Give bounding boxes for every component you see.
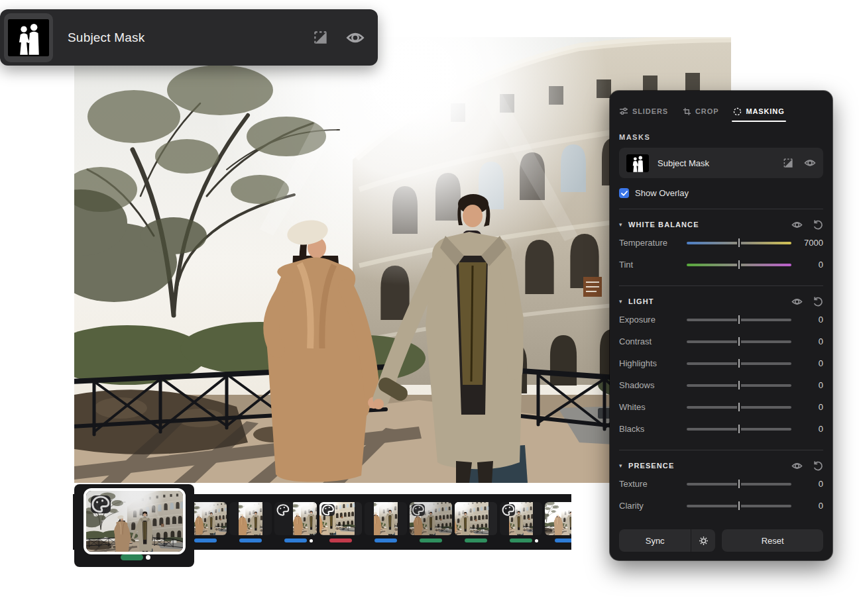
slider-row-temperature: Temperature 7000 — [619, 232, 823, 253]
slider-handle[interactable] — [737, 501, 741, 510]
slider-handle[interactable] — [737, 425, 741, 433]
slider-label: Whites — [619, 402, 687, 412]
slider-row-highlights: Highlights 0 — [619, 353, 823, 374]
mask-overlay-icon[interactable] — [783, 158, 794, 169]
slider-row-texture: Texture 0 — [619, 474, 823, 494]
temperature-slider[interactable] — [687, 242, 791, 244]
filmstrip-thumbnail[interactable] — [455, 502, 497, 535]
shadows-slider[interactable] — [687, 384, 791, 387]
slider-handle[interactable] — [737, 381, 741, 389]
slider-handle[interactable] — [737, 238, 741, 247]
slider-row-blacks: Blacks 0 — [619, 419, 823, 439]
slider-label: Temperature — [619, 238, 687, 248]
filmstrip-thumbnail[interactable] — [274, 502, 317, 535]
slider-label: Texture — [619, 479, 687, 489]
show-overlay-row: Show Overlay — [619, 188, 823, 198]
filmstrip-thumbnail[interactable] — [319, 502, 362, 535]
tab-label: SLIDERS — [632, 107, 668, 115]
section-eye-icon[interactable] — [791, 460, 803, 472]
slider-row-clarity: Clarity 0 — [619, 495, 823, 516]
show-overlay-checkbox[interactable] — [619, 188, 629, 198]
section-reset-icon[interactable] — [813, 219, 823, 230]
mask-list-item[interactable]: Subject Mask — [619, 148, 823, 178]
slider-value: 0 — [791, 424, 823, 434]
rating-bar — [239, 539, 262, 542]
collapse-caret-icon[interactable]: ▾ — [619, 221, 626, 228]
subject-mask-overlay-bar[interactable]: Subject Mask — [0, 9, 378, 66]
slider-label: Exposure — [619, 315, 687, 325]
sync-settings-gear-icon[interactable] — [691, 529, 715, 552]
slider-label: Highlights — [619, 358, 687, 368]
tab-masking[interactable]: MASKING — [733, 107, 784, 116]
slider-handle[interactable] — [737, 480, 741, 488]
edited-dot — [535, 539, 538, 542]
texture-slider[interactable] — [687, 483, 791, 486]
slider-handle[interactable] — [737, 359, 741, 368]
progress-bar — [121, 554, 143, 560]
slider-row-shadows: Shadows 0 — [619, 375, 823, 395]
slider-row-tint: Tint 0 — [619, 254, 823, 275]
palette-badge-icon — [321, 504, 335, 516]
mask-item-name: Subject Mask — [658, 158, 709, 168]
clarity-slider[interactable] — [687, 505, 791, 507]
section-presence: ▾ PRESENCE Texture 0 Clarity 0 — [619, 450, 823, 516]
sliders-icon — [619, 107, 628, 116]
reset-button[interactable]: Reset — [722, 529, 823, 552]
slider-label: Blacks — [619, 424, 687, 434]
section-light: ▾ LIGHT Exposure 0 Contrast 0 Highlights… — [619, 286, 823, 439]
visibility-eye-icon[interactable] — [804, 157, 816, 169]
slider-value: 0 — [791, 336, 823, 346]
rating-bar — [510, 539, 532, 542]
sync-button-group: Sync — [619, 529, 715, 552]
collapse-caret-icon[interactable]: ▾ — [619, 462, 626, 469]
palette-badge-icon — [502, 504, 515, 516]
section-reset-icon[interactable] — [813, 460, 823, 471]
tint-slider[interactable] — [687, 264, 791, 266]
rating-bar — [284, 539, 307, 542]
filmstrip-thumbnail[interactable] — [410, 502, 452, 535]
slider-label: Tint — [619, 260, 687, 270]
section-title: WHITE BALANCE — [628, 221, 699, 229]
mask-overlay-icon[interactable] — [313, 30, 329, 46]
palette-badge-icon — [412, 504, 425, 516]
filmstrip-thumbnail[interactable] — [229, 502, 272, 535]
sync-button[interactable]: Sync — [619, 529, 691, 552]
section-reset-icon[interactable] — [813, 296, 823, 307]
tab-sliders[interactable]: SLIDERS — [619, 107, 668, 116]
edit-panel: SLIDERS CROP MASKING MASKS Subject Mask … — [610, 91, 832, 560]
filmstrip-thumbnail[interactable] — [545, 502, 571, 535]
blacks-slider[interactable] — [687, 428, 791, 431]
slider-value: 0 — [791, 315, 823, 325]
filmstrip-thumbnail[interactable] — [365, 502, 407, 535]
slider-value: 0 — [791, 402, 823, 412]
masking-icon — [733, 107, 742, 116]
collapse-caret-icon[interactable]: ▾ — [619, 298, 626, 305]
rating-bar — [420, 539, 442, 542]
filmstrip-selected-thumbnail[interactable] — [84, 488, 186, 554]
section-eye-icon[interactable] — [791, 219, 803, 231]
rating-bar — [374, 539, 397, 542]
panel-tabs: SLIDERS CROP MASKING — [619, 91, 823, 120]
crop-icon — [683, 107, 691, 116]
whites-slider[interactable] — [687, 406, 791, 409]
slider-label: Shadows — [619, 380, 687, 390]
slider-handle[interactable] — [737, 260, 741, 269]
masks-section-label: MASKS — [619, 133, 823, 141]
section-eye-icon[interactable] — [791, 296, 803, 307]
visibility-eye-icon[interactable] — [346, 28, 365, 47]
tab-crop[interactable]: CROP — [683, 107, 718, 116]
slider-value: 0 — [791, 479, 823, 489]
slider-handle[interactable] — [737, 403, 741, 411]
edited-dot — [310, 539, 313, 542]
slider-value: 0 — [791, 501, 823, 511]
slider-row-exposure: Exposure 0 — [619, 309, 823, 330]
slider-value: 0 — [791, 260, 823, 270]
highlights-slider[interactable] — [687, 362, 791, 365]
exposure-slider[interactable] — [687, 319, 791, 321]
rating-bar — [194, 539, 217, 542]
slider-handle[interactable] — [737, 337, 741, 346]
slider-label: Contrast — [619, 336, 687, 346]
contrast-slider[interactable] — [687, 340, 791, 343]
filmstrip-thumbnail[interactable] — [500, 502, 542, 535]
slider-handle[interactable] — [737, 315, 741, 324]
